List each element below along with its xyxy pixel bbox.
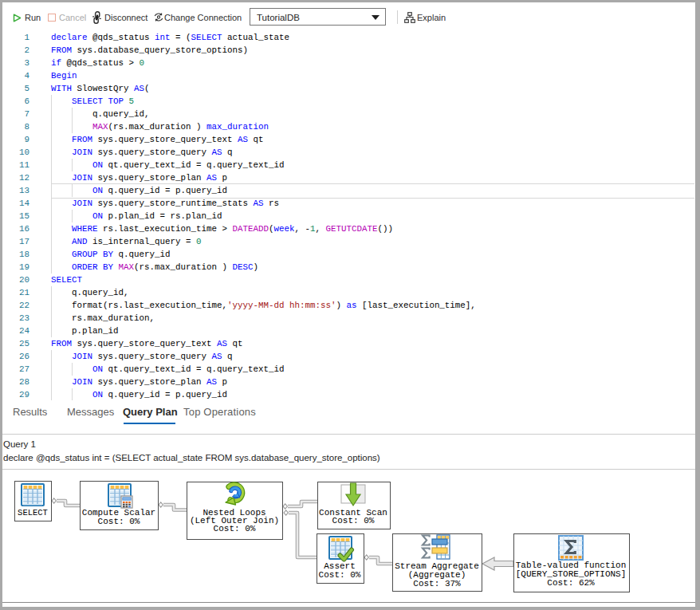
svg-text:Cost: 37%: Cost: 37% [413, 579, 461, 588]
svg-text:Cost: 0%: Cost: 0% [332, 516, 375, 525]
svg-text:Cost: 0%: Cost: 0% [319, 570, 361, 580]
svg-text:Cost: 62%: Cost: 62% [547, 578, 595, 588]
svg-text:SELECT: SELECT [18, 508, 48, 518]
svg-text:Cost: 0%: Cost: 0% [214, 524, 256, 533]
svg-text:Cost: 0%: Cost: 0% [98, 517, 140, 526]
